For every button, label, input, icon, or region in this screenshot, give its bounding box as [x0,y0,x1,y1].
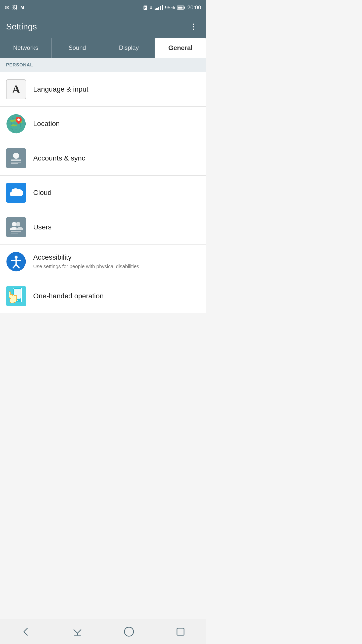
tab-networks[interactable]: Networks [0,38,52,58]
one-handed-text: One-handed operation [33,292,200,300]
one-handed-icon [6,286,26,306]
location-title: Location [33,120,200,128]
one-handed-title: One-handed operation [33,292,200,300]
svg-point-6 [13,153,19,159]
language-input-text: Language & input [33,85,200,93]
accessibility-subtitle: Use settings for people with physical di… [33,263,200,270]
tab-general[interactable]: General [155,38,206,58]
settings-tabs: Networks Sound Display General [0,38,206,58]
svg-rect-8 [11,162,21,163]
location-text: Location [33,120,200,128]
svg-point-10 [12,222,16,226]
accessibility-icon [6,252,26,272]
accounts-sync-title: Accounts & sync [33,154,200,162]
location-icon [6,114,26,134]
data-arrow-icon: ⬇ [149,5,153,10]
list-item-accounts-sync[interactable]: Accounts & sync [0,141,206,176]
svg-rect-12 [11,231,21,232]
status-bar-left-icons: ✉ 🖼 M [5,5,24,11]
cloud-title: Cloud [33,189,200,197]
overflow-menu-button[interactable]: ⋮ [187,20,200,33]
section-personal-header: PERSONAL [0,58,206,72]
list-item-cloud[interactable]: Cloud [0,176,206,210]
list-item-one-handed[interactable]: One-handed operation [0,279,206,313]
clock: 20:00 [187,4,201,11]
svg-rect-9 [11,163,18,164]
cloud-icon [6,183,26,203]
list-item-language-input[interactable]: A Language & input [0,72,206,107]
cloud-text: Cloud [33,189,200,197]
accessibility-text: Accessibility Use settings for people wi… [33,253,200,270]
tab-sound[interactable]: Sound [52,38,103,58]
mail-icon: ✉ [5,5,9,11]
svg-rect-7 [11,159,21,161]
language-input-title: Language & input [33,85,200,93]
svg-point-5 [17,118,20,121]
list-item-users[interactable]: Users [0,210,206,245]
settings-list: A Language & input [0,72,206,313]
battery-percent: 95% [165,5,175,11]
app-header: Settings ⋮ [0,15,206,38]
h-icon: H [144,6,147,10]
accessibility-title: Accessibility [33,253,200,261]
accounts-sync-text: Accounts & sync [33,154,200,162]
users-icon [6,217,26,237]
page-title: Settings [6,22,37,31]
users-title: Users [33,223,200,231]
list-item-location[interactable]: Location [0,107,206,141]
status-bar: ✉ 🖼 M H ⬇ 95% 20:00 [0,0,206,15]
language-icon: A [6,79,26,99]
main-content: PERSONAL A Language & input [0,58,206,338]
status-bar-right: H ⬇ 95% 20:00 [144,4,201,11]
users-text: Users [33,223,200,231]
svg-point-11 [16,222,20,226]
battery-icon [177,6,185,10]
svg-point-23 [17,300,18,301]
gmail-icon: M [20,5,24,10]
image-icon: 🖼 [12,5,17,11]
tab-display[interactable]: Display [103,38,155,58]
list-item-accessibility[interactable]: Accessibility Use settings for people wi… [0,245,206,279]
signal-bars [155,5,163,10]
accounts-icon [6,148,26,168]
svg-rect-13 [11,233,18,233]
